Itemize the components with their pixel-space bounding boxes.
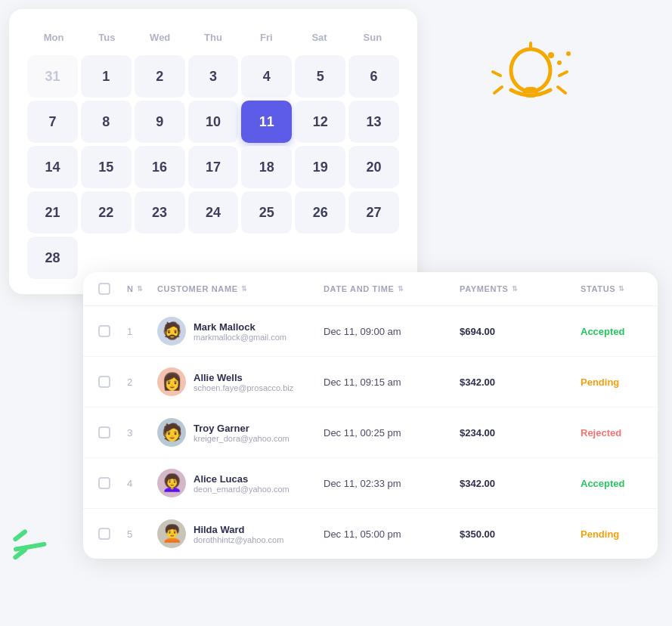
decorative-lines [14,538,47,566]
col-status: STATUS ⇅ [581,284,658,293]
row-number: 3 [127,427,157,439]
cal-cell-23[interactable]: 23 [135,191,185,234]
customer-name: Alice Lucas [194,473,290,485]
table-row: 3 🧑 Troy Garner kreiger_dora@yahoo.com D… [83,408,658,458]
row-checkbox[interactable] [98,477,110,489]
customer-email: schoen.faye@prosacco.biz [194,383,293,392]
customer-email: dorothhintz@yahoo.com [194,535,283,544]
cal-cell-13[interactable]: 13 [348,101,399,143]
sort-status-icon: ⇅ [618,285,625,293]
deco-line-1 [12,528,28,542]
cal-cell-5[interactable]: 5 [295,55,345,98]
table-row: 4 👩‍🦱 Alice Lucas deon_emard@yahoo.com D… [83,458,658,509]
avatar: 👩 [157,367,186,396]
table-row: 5 🧑‍🦱 Hilda Ward dorothhintz@yahoo.com D… [83,509,658,559]
cal-cell-28[interactable]: 28 [27,237,78,279]
table-header: N ⇅ CUSTOMER NAME ⇅ DATE AND TIME ⇅ PAYM… [83,272,658,306]
cal-cell-21[interactable]: 21 [27,191,78,234]
cal-cell-10[interactable]: 10 [188,101,239,143]
cell-datetime: Dec 11, 05:00 pm [324,528,460,540]
day-label-wed: Wed [134,27,187,48]
customer-name: Hilda Ward [194,524,283,535]
sort-datetime-icon: ⇅ [398,285,404,293]
day-label-sat: Sat [293,27,345,48]
cell-payment: $234.00 [460,427,581,439]
customer-cell: 🧔 Mark Mallock markmallock@gmail.com [157,317,324,346]
row-checkbox[interactable] [98,528,110,540]
customer-info: Alice Lucas deon_emard@yahoo.com [194,473,290,494]
cal-cell-26[interactable]: 26 [295,191,345,234]
row-number: 5 [127,528,157,540]
sort-payment-icon: ⇅ [512,285,519,293]
col-date-time: DATE AND TIME ⇅ [324,284,460,293]
cal-cell-20[interactable]: 20 [348,146,399,188]
day-label-sun: Sun [346,27,399,48]
cal-cell-15[interactable]: 15 [81,146,132,188]
calendar-header: Mon Tus Wed Thu Fri Sat Sun [27,27,399,48]
bell-icon-area [483,30,581,129]
table-card: N ⇅ CUSTOMER NAME ⇅ DATE AND TIME ⇅ PAYM… [83,272,658,559]
customer-cell: 👩 Allie Wells schoen.faye@prosacco.biz [157,367,324,396]
svg-point-0 [511,49,550,91]
sort-name-icon: ⇅ [241,285,248,293]
status-badge: Accepted [581,323,658,340]
cell-datetime: Dec 11, 02:33 pm [324,478,460,489]
cal-cell-14[interactable]: 14 [27,146,78,188]
cal-cell-2[interactable]: 2 [135,55,185,98]
day-label-tue: Tus [80,27,133,48]
customer-info: Troy Garner kreiger_dora@yahoo.com [194,423,290,443]
header-checkbox[interactable] [98,283,110,295]
col-payments: PAYMENTS ⇅ [460,284,581,293]
svg-point-3 [557,60,562,65]
cal-cell-8[interactable]: 8 [81,101,132,143]
cell-payment: $350.00 [460,528,581,540]
cell-datetime: Dec 11, 09:00 am [324,326,460,337]
cal-cell-6[interactable]: 6 [348,55,399,98]
customer-info: Allie Wells schoen.faye@prosacco.biz [194,372,293,392]
cal-cell-4[interactable]: 4 [241,55,292,98]
cal-cell-31[interactable]: 31 [27,55,78,98]
row-checkbox[interactable] [98,325,110,337]
status-badge: Rejected [581,424,658,442]
avatar: 👩‍🦱 [157,469,186,497]
table-row: 1 🧔 Mark Mallock markmallock@gmail.com D… [83,306,658,357]
row-checkbox[interactable] [98,376,110,388]
cal-cell-11[interactable]: 11 [241,101,292,143]
cal-cell-7[interactable]: 7 [27,101,78,143]
status-badge: Accepted [581,475,658,492]
status-badge: Pending [581,373,658,391]
cal-cell-19[interactable]: 19 [295,146,345,188]
calendar-card: Mon Tus Wed Thu Fri Sat Sun 311234567891… [9,9,417,294]
customer-name: Mark Mallock [194,321,286,333]
sort-n-icon: ⇅ [137,285,144,293]
cal-cell-27[interactable]: 27 [348,191,399,234]
day-label-mon: Mon [27,27,80,48]
calendar-grid: 3112345678910111213141516171819202122232… [27,55,399,279]
cal-cell-9[interactable]: 9 [135,101,185,143]
cal-cell-12[interactable]: 12 [295,101,345,143]
cal-cell-25[interactable]: 25 [241,191,292,234]
avatar: 🧑 [157,418,186,447]
cell-payment: $342.00 [460,377,581,388]
status-badge: Pending [581,525,658,543]
cal-cell-1[interactable]: 1 [81,55,132,98]
col-customer-name: CUSTOMER NAME ⇅ [157,284,324,293]
customer-email: deon_emard@yahoo.com [194,485,290,494]
cal-cell-24[interactable]: 24 [188,191,239,234]
row-number: 2 [127,377,157,388]
row-checkbox[interactable] [98,426,110,439]
cal-cell-22[interactable]: 22 [81,191,132,234]
avatar: 🧔 [157,317,186,346]
bell-icon [487,34,578,125]
customer-cell: 🧑‍🦱 Hilda Ward dorothhintz@yahoo.com [157,519,324,548]
cal-cell-18[interactable]: 18 [241,146,292,188]
day-label-thu: Thu [187,27,240,48]
cell-payment: $342.00 [460,478,581,489]
customer-email: kreiger_dora@yahoo.com [194,434,290,443]
avatar: 🧑‍🦱 [157,519,186,548]
svg-point-2 [548,52,554,58]
customer-cell: 👩‍🦱 Alice Lucas deon_emard@yahoo.com [157,469,324,497]
cal-cell-16[interactable]: 16 [135,146,185,188]
cal-cell-3[interactable]: 3 [188,55,239,98]
cal-cell-17[interactable]: 17 [188,146,239,188]
